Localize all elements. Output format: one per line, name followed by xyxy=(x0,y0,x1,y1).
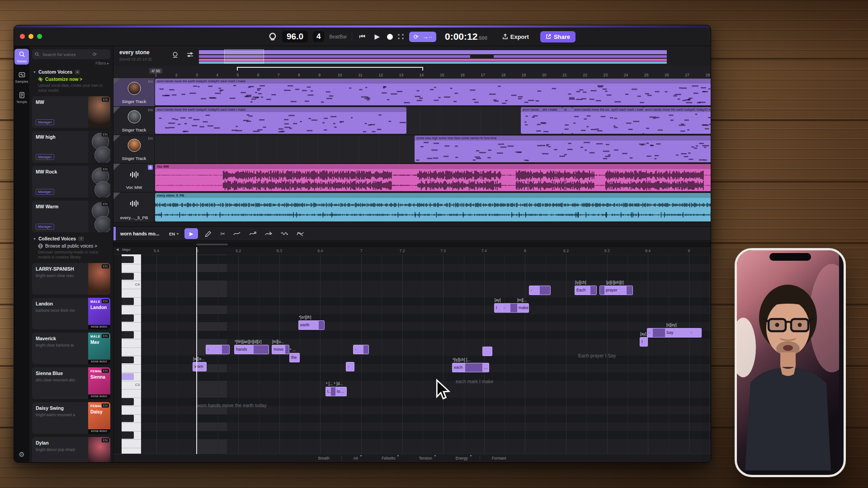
piano-key-black[interactable] xyxy=(122,398,134,405)
voice-card[interactable]: Sienna Blueafro clear resonant altoENFEM… xyxy=(32,367,110,399)
mixer-icon[interactable] xyxy=(186,51,194,59)
piano-note[interactable]: worn[w][ə... xyxy=(193,362,207,371)
play-button[interactable]: ▶ xyxy=(372,33,382,41)
manage-button[interactable]: Manage> xyxy=(36,189,54,195)
rail-item-voices[interactable]: Voices xyxy=(14,49,29,65)
piano-note[interactable]: -Say-[s][ey] xyxy=(647,328,702,338)
audio-clip[interactable]: every stone_5_PB xyxy=(155,193,711,221)
voice-card[interactable]: Maverickbright clear baritone teENMALEMa… xyxy=(32,333,110,364)
piano-note[interactable]: earth*[er][th] xyxy=(298,320,325,330)
solo-badge[interactable]: S xyxy=(148,165,153,170)
voice-card[interactable]: MWManage>EN xyxy=(32,96,110,128)
minimize-window-button[interactable] xyxy=(28,34,33,39)
param-tab-tension[interactable]: Tension xyxy=(407,456,443,460)
param-tab-air[interactable]: Air xyxy=(342,456,370,460)
pitch-brush-tool[interactable] xyxy=(264,230,273,238)
custom-voices-header[interactable]: ▼ Custom Voices 4 xyxy=(33,69,109,75)
piano-note[interactable]: - xyxy=(346,362,354,371)
record-button[interactable] xyxy=(387,34,393,40)
pitch-line-tool[interactable] xyxy=(233,230,241,238)
piano-key-black[interactable] xyxy=(122,314,134,322)
scissors-tool[interactable]: ✂ xyxy=(220,230,225,237)
beats-per-bar-value[interactable]: 4 xyxy=(313,31,324,42)
scrollbar-thumb[interactable] xyxy=(196,244,228,245)
browse-public-voices-link[interactable]: Browse all public voices > xyxy=(38,244,109,249)
track-header[interactable]: Singer TrackEN xyxy=(113,107,155,135)
overdub-icon[interactable] xyxy=(171,51,179,59)
arrangement-minimap[interactable] xyxy=(199,49,667,63)
audio-clip[interactable]: worn hands move the earth today#1 today#… xyxy=(155,79,711,105)
voice-card[interactable]: Daisy Swingbright warm resonant aENFEMAL… xyxy=(32,402,110,434)
manage-button[interactable]: Manage> xyxy=(36,154,54,160)
draw-tool[interactable] xyxy=(204,230,212,238)
playhead-line[interactable] xyxy=(196,247,197,454)
voice-card[interactable]: LARRY-SPANISHbright warm clear resoEN xyxy=(32,263,110,295)
collected-voices-header[interactable]: ▼ Collected Voices 7 xyxy=(33,236,109,241)
audio-clip[interactable]: worn hands move the earth today#1 today#… xyxy=(643,107,711,134)
track-lane[interactable]: every stone_5_PB xyxy=(155,192,711,222)
current-lyric-text[interactable]: worn hands mo... xyxy=(120,231,169,236)
voice-card[interactable]: MW RockManage>EN xyxy=(32,166,110,197)
skip-to-start-button[interactable]: ⏮ xyxy=(357,33,367,41)
piano-key-black[interactable] xyxy=(122,273,134,280)
piano-roll-scrollbar[interactable] xyxy=(113,242,711,247)
voice-card[interactable]: MW WarmManage>EN xyxy=(32,201,110,232)
timeline-ruler[interactable]: 4/ 96 1234567891011121314151617181920212… xyxy=(113,66,711,79)
piano-roll-grid[interactable] xyxy=(141,254,711,454)
filters-link[interactable]: Filters ▸ xyxy=(33,61,109,66)
loop-mode-toggle[interactable]: ⟳ →·· xyxy=(409,32,436,42)
tempo-value[interactable]: 96.0 xyxy=(282,31,308,42)
piano-note[interactable]: I[ay] xyxy=(640,337,648,347)
piano-note[interactable]: - xyxy=(529,286,551,295)
voice-search-input[interactable] xyxy=(42,52,90,57)
piano-note[interactable]: Each[iy][ch] xyxy=(575,286,597,295)
param-tab-formant[interactable]: Formant xyxy=(480,456,518,460)
smooth-tool[interactable] xyxy=(296,230,304,238)
export-button[interactable]: Export xyxy=(502,33,529,40)
audio-clip[interactable]: worn hands move the earth today#1 today#… xyxy=(155,107,406,134)
zoom-window-button[interactable] xyxy=(37,34,42,39)
grid-options-icon[interactable] xyxy=(398,34,404,39)
track-header[interactable]: Singer TrackEN xyxy=(113,135,155,163)
track-lane[interactable]: Voc MW xyxy=(155,164,711,192)
param-tab-energy[interactable]: Energy xyxy=(444,456,480,460)
track-header[interactable]: every...._5_PB xyxy=(113,192,155,222)
share-button[interactable]: Share xyxy=(540,31,576,42)
rail-item-samples[interactable]: Samples xyxy=(14,69,29,85)
piano-note[interactable]: prayer[p][r][eh][r] xyxy=(599,286,633,295)
piano-note[interactable]: the* ... xyxy=(289,353,300,362)
piano-note[interactable]: - xyxy=(353,345,369,354)
vibrato-tool[interactable] xyxy=(280,230,288,238)
metronome-icon[interactable] xyxy=(268,32,277,41)
audio-clip[interactable]: worn hands ...ark I make xyxy=(521,107,562,134)
voice-card[interactable]: Landonbaritone tenor thick meENMALELando… xyxy=(32,298,110,329)
project-title[interactable]: every stone xyxy=(119,49,150,56)
segment-play-button[interactable]: ▶ xyxy=(184,228,198,239)
piano-key-black[interactable] xyxy=(122,432,134,439)
piano-note[interactable]: hands*[hh][ae][n][d][z] xyxy=(234,345,269,354)
piano-note[interactable]: move[m][u... xyxy=(272,345,289,354)
piano-note[interactable]: t…to…* [... * [d... xyxy=(326,387,347,396)
piano-note[interactable]: each…*[iy][ch] [... xyxy=(452,363,489,372)
loop-range-bracket[interactable] xyxy=(237,67,423,71)
rail-item-templates[interactable]: Templs xyxy=(14,89,29,105)
audio-clip[interactable]: w... xyxy=(562,107,572,134)
param-tab-breath[interactable]: Breath xyxy=(307,456,341,460)
audio-clip[interactable]: some ress high some ress tissv some name… xyxy=(415,136,711,162)
track-lane[interactable]: worn hands move the earth today#1 today#… xyxy=(155,78,711,106)
minimap-viewport[interactable] xyxy=(224,49,264,64)
audio-clip[interactable]: Voc MW xyxy=(155,164,711,191)
piano-key-black[interactable] xyxy=(122,415,134,422)
key-signature[interactable]: Major xyxy=(116,248,131,252)
voice-card[interactable]: Dylanbright dance pop sharpEN xyxy=(32,437,110,462)
audio-clip[interactable]: worn hands move the ea...ay#2 each mark … xyxy=(572,107,643,134)
manage-button[interactable]: Manage> xyxy=(36,224,54,230)
manage-button[interactable]: Manage> xyxy=(36,119,54,125)
piano-key-black[interactable] xyxy=(122,373,134,380)
piano-key-black[interactable] xyxy=(122,357,134,364)
piano-key-black[interactable] xyxy=(122,331,134,338)
piano-note[interactable]: - xyxy=(206,345,230,354)
track-lane[interactable]: some ress high some ress tissv some name… xyxy=(155,135,711,163)
voice-search-box[interactable]: ⟳ xyxy=(32,49,110,59)
pitch-anchor-tool[interactable] xyxy=(249,230,257,238)
